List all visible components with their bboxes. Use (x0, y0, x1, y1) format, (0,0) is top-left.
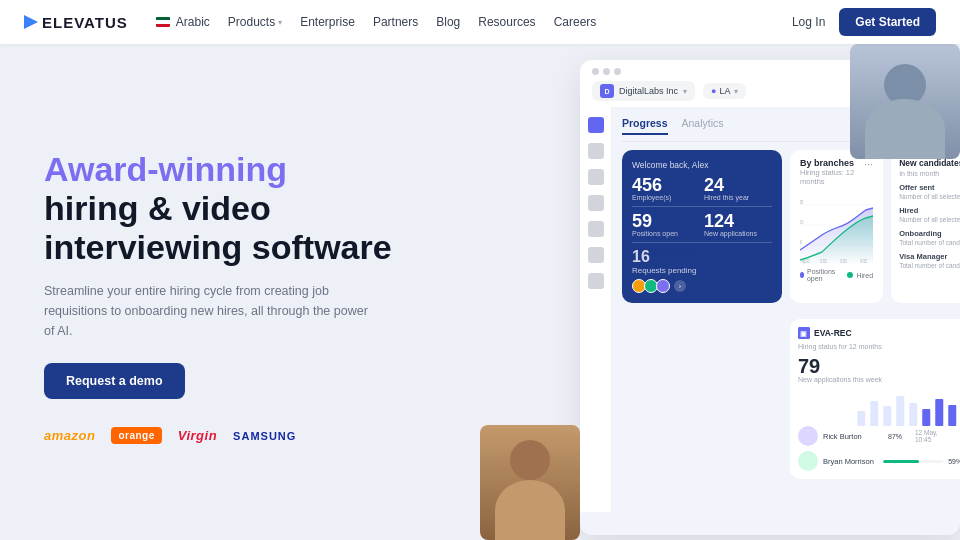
dashboard-top-grid: Welcome back, Alex 456 Employee(s) 24 Hi… (622, 150, 950, 311)
chart-header: By branches Hiring status: 12 months ··· (800, 158, 873, 186)
legend-positions-dot (800, 272, 804, 278)
sidebar-icon-msg[interactable] (588, 247, 604, 263)
tab-progress[interactable]: Progress (622, 117, 668, 135)
nav-careers[interactable]: Careers (554, 15, 597, 29)
candidate-row-2: Bryan Morrison 59% Software Enginee (798, 451, 960, 471)
hero-headline-rest: hiring & video interviewing software (44, 189, 392, 266)
eva-rec-card: ▣ EVA-REC ··· Hiring status for 12 month… (790, 319, 960, 479)
svg-rect-14 (883, 406, 891, 426)
dot-3 (614, 68, 621, 75)
sidebar-icon-video[interactable] (588, 221, 604, 237)
pending-row: 16 Requests pending (632, 248, 772, 275)
stat-divider-2 (632, 242, 772, 243)
sidebar-icon-chat[interactable] (588, 195, 604, 211)
chart-area: Aug 2021 10 2022 02 2022 04 2022 550 3.5… (800, 190, 873, 265)
eva-rec-header: ▣ EVA-REC ··· (798, 327, 960, 339)
request-demo-button[interactable]: Request a demo (44, 363, 185, 399)
welcome-card: Welcome back, Alex 456 Employee(s) 24 Hi… (622, 150, 782, 303)
person-image-bottom (480, 425, 580, 540)
location-dot: ● (711, 86, 716, 96)
hero-headline: Award-winning hiring & video interviewin… (44, 150, 440, 267)
eva-rec-label: New applications this week (798, 376, 960, 383)
eva-rec-sub: Hiring status for 12 months (798, 343, 960, 350)
svg-text:10 2022: 10 2022 (820, 259, 827, 264)
sidebar-icon-circle[interactable] (588, 169, 604, 185)
sidebar-icon-home[interactable] (588, 117, 604, 133)
eva-rec-svg: ▣ (798, 327, 810, 339)
chart-menu-icon[interactable]: ··· (864, 158, 873, 170)
svg-rect-16 (909, 403, 917, 426)
nav-arabic[interactable]: Arabic (156, 15, 210, 29)
legend-hired: Hired (847, 268, 873, 282)
dashboard-content: Progress Analytics Welcome back, Alex 45… (612, 107, 960, 512)
candidate-name-2: Bryan Morrison (823, 457, 878, 466)
svg-text:60: 60 (800, 240, 802, 245)
person-image-top (850, 44, 960, 159)
stat-applications-label: New applications (704, 230, 772, 237)
avatar-arrow[interactable]: › (674, 280, 686, 292)
chevron-down-icon: ▾ (278, 18, 282, 27)
candidate-avatar-1 (798, 426, 818, 446)
stat-positions: 59 Positions open (632, 212, 700, 237)
chart-title: By branches (800, 158, 864, 168)
avatar-row: › (632, 279, 772, 293)
stat-employees-number: 456 (632, 176, 700, 194)
dashboard-bottom-row: ▣ EVA-REC ··· Hiring status for 12 month… (622, 319, 950, 479)
chart-title-block: By branches Hiring status: 12 months (800, 158, 864, 186)
brand-amazon: amazon (44, 428, 95, 443)
brand-logos: amazon orange Virgin SAMSUNG (44, 427, 440, 444)
new-card-title: New candidates (899, 158, 960, 168)
stat-hired: 24 Hired this year (704, 176, 772, 201)
stat-positions-number: 59 (632, 212, 700, 230)
tab-analytics[interactable]: Analytics (682, 117, 724, 135)
welcome-title: Welcome back, Alex (632, 160, 772, 170)
dashboard-sidebar (580, 107, 612, 512)
hero-headline-highlight: Award-winning (44, 150, 287, 188)
company-icon: D (600, 84, 614, 98)
chart-svg: Aug 2021 10 2022 02 2022 04 2022 550 3.5… (800, 190, 873, 265)
hero-section: Award-winning hiring & video interviewin… (0, 44, 480, 540)
metric-visa: Visa Manager Total number of candidates … (899, 252, 960, 270)
eva-rec-chart-svg (798, 391, 960, 426)
sidebar-icon-info[interactable] (588, 273, 604, 289)
nav-products[interactable]: Products ▾ (228, 15, 282, 29)
svg-text:550: 550 (800, 200, 803, 205)
nav-partners[interactable]: Partners (373, 15, 418, 29)
company-name: DigitalLabs Inc (619, 86, 678, 96)
location-badge: ● LA ▾ (703, 83, 745, 99)
candidate-date-1: 12 May, 10:45 (915, 429, 955, 443)
company-badge: D DigitalLabs Inc ▾ (592, 81, 695, 101)
dashboard-body: Progress Analytics Welcome back, Alex 45… (580, 107, 960, 512)
svg-rect-19 (948, 405, 956, 426)
legend-hired-dot (847, 272, 853, 278)
logo[interactable]: ELEVATUS (24, 14, 128, 31)
stat-employees-label: Employee(s) (632, 194, 700, 201)
stat-divider (632, 206, 772, 207)
login-link[interactable]: Log In (792, 15, 825, 29)
candidate-avatar-2 (798, 451, 818, 471)
get-started-button[interactable]: Get Started (839, 8, 936, 36)
main-layout: Award-winning hiring & video interviewin… (0, 44, 960, 540)
dot-1 (592, 68, 599, 75)
bottom-spacer (622, 319, 782, 479)
candidate-pct-2: 59% (948, 458, 960, 465)
hero-subtext: Streamline your entire hiring cycle from… (44, 281, 374, 341)
svg-text:02 2022: 02 2022 (840, 259, 847, 264)
metric-hired: Hired Number of all selected plan... (899, 206, 960, 224)
svg-rect-18 (935, 399, 943, 426)
legend-positions: Positions open (800, 268, 837, 282)
candidate-name-1: Rick Burton (823, 432, 878, 441)
brand-orange: orange (111, 427, 161, 444)
candidate-bar-wrap-2 (883, 460, 943, 463)
nav-resources[interactable]: Resources (478, 15, 535, 29)
pending-number: 16 (632, 248, 650, 265)
stat-hired-label: Hired this year (704, 194, 772, 201)
nav-enterprise[interactable]: Enterprise (300, 15, 355, 29)
sidebar-icon-grid[interactable] (588, 143, 604, 159)
brand-samsung: SAMSUNG (233, 430, 296, 442)
svg-text:3.5k: 3.5k (800, 220, 804, 225)
nav-blog[interactable]: Blog (436, 15, 460, 29)
candidate-pct-1: 87% (888, 433, 910, 440)
eva-rec-name: ▣ EVA-REC (798, 327, 852, 339)
chart-card: By branches Hiring status: 12 months ··· (790, 150, 883, 303)
